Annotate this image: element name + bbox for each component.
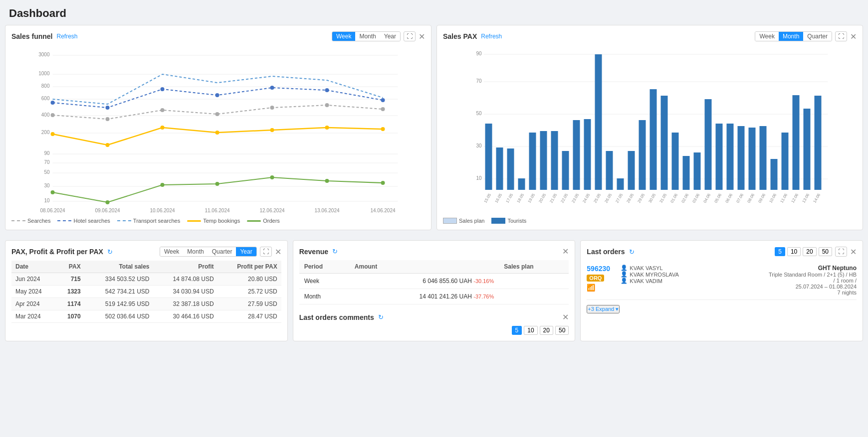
pax-profit-expand-icon[interactable]: ⛶ (260, 247, 272, 257)
svg-text:10: 10 (476, 175, 482, 181)
lo-ps-10[interactable]: 10 (787, 247, 801, 256)
legend-orders: Orders (247, 218, 280, 224)
sales-pax-header: Sales PAX Refresh Week Month Quarter ⛶ ✕ (443, 31, 857, 41)
page-title: Dashboard (0, 0, 868, 25)
order-dates: 25.07.2024 – 01.08.2024 (717, 284, 857, 290)
legend-tourists: Tourists (491, 218, 526, 224)
sales-pax-close-icon[interactable]: ✕ (850, 32, 857, 41)
legend-transport-searches: Transport searches (117, 218, 180, 224)
rev-amount-week: 6 046 855.60 UAH -30.16% (350, 274, 499, 289)
svg-text:22.05: 22.05 (560, 192, 569, 203)
pp-week-btn[interactable]: Week (160, 247, 183, 256)
svg-text:20.05: 20.05 (538, 192, 547, 203)
svg-point-31 (161, 87, 165, 91)
svg-text:31.05: 31.05 (658, 192, 667, 203)
order-id[interactable]: 596230 (587, 265, 617, 273)
period-week-btn[interactable]: Week (332, 32, 355, 41)
order-item: 596230 ORQ 📶 👤 KVAK VASYL 👤 KVAK MYROSLA… (587, 261, 857, 300)
sales-funnel-close-icon[interactable]: ✕ (419, 32, 425, 41)
last-orders-comments-controls: ✕ (562, 312, 569, 322)
svg-text:13.06: 13.06 (801, 192, 810, 203)
period-month-btn[interactable]: Month (355, 32, 380, 41)
legend-sales-plan: Sales plan (443, 218, 484, 224)
order-room: Triple Standard Room / 2+1 (5) / HB (717, 272, 857, 278)
svg-text:23.05: 23.05 (571, 192, 580, 203)
svg-point-43 (51, 190, 55, 194)
svg-text:17.05: 17.05 (505, 192, 514, 203)
comments-ps-5[interactable]: 5 (512, 326, 522, 335)
svg-point-27 (325, 103, 329, 107)
sales-pax-expand-icon[interactable]: ⛶ (835, 31, 847, 41)
svg-point-37 (106, 143, 110, 147)
period-year-btn[interactable]: Year (380, 32, 400, 41)
sales-funnel-legend: Searches Hotel searches Transport search… (11, 218, 425, 224)
svg-text:09.06: 09.06 (757, 192, 766, 203)
svg-rect-80 (628, 151, 635, 190)
lo-ps-20[interactable]: 20 (803, 247, 816, 256)
expand-btn[interactable]: +3 Expand ▾ (587, 305, 620, 313)
svg-text:19.05: 19.05 (527, 192, 536, 203)
sales-pax-refresh[interactable]: Refresh (481, 33, 502, 40)
sales-pax-controls: Week Month Quarter ⛶ ✕ (755, 31, 857, 41)
svg-text:26.05: 26.05 (604, 192, 613, 203)
comments-ps-50[interactable]: 50 (555, 326, 569, 335)
cell-profit: 14 874.08 USD (154, 273, 218, 286)
svg-text:12.06: 12.06 (790, 192, 799, 203)
last-orders-expand-icon[interactable]: ⛶ (835, 247, 847, 257)
cell-date: Apr 2024 (11, 298, 56, 310)
svg-rect-95 (793, 95, 800, 190)
table-row: Apr 2024 1174 519 142.95 USD 32 387.18 U… (11, 298, 281, 310)
svg-text:08.06.2024: 08.06.2024 (40, 208, 65, 213)
svg-rect-73 (551, 131, 558, 190)
pax-month-btn[interactable]: Month (779, 32, 803, 41)
comments-ps-20[interactable]: 20 (540, 326, 553, 335)
svg-text:50: 50 (44, 169, 50, 175)
col-profit-per-pax: Profit per PAX (218, 261, 281, 273)
last-orders-close-icon[interactable]: ✕ (850, 247, 857, 257)
svg-text:70: 70 (44, 159, 50, 165)
svg-text:200: 200 (41, 130, 50, 135)
pp-year-btn[interactable]: Year (236, 247, 256, 256)
svg-text:04.06: 04.06 (702, 192, 711, 203)
order-left: 596230 ORQ 📶 (587, 265, 617, 291)
pax-quarter-btn[interactable]: Quarter (803, 32, 832, 41)
sales-pax-legend: Sales plan Tourists (443, 218, 857, 224)
pax-profit-close-icon[interactable]: ✕ (275, 247, 281, 257)
lo-ps-50[interactable]: 50 (819, 247, 832, 256)
svg-text:06.06: 06.06 (724, 192, 733, 203)
svg-text:29.05: 29.05 (637, 192, 646, 203)
svg-rect-89 (727, 124, 734, 190)
rev-period-week: Week (299, 274, 350, 289)
pax-profit-title: PAX, Profit & Profit per PAX (11, 248, 103, 256)
pax-profit-table: Date PAX Total sales Profit Profit per P… (11, 261, 281, 323)
cell-total-sales: 334 503.52 USD (85, 273, 154, 286)
last-orders-comments-close-icon[interactable]: ✕ (562, 312, 569, 322)
last-orders-refresh-icon[interactable]: ↻ (629, 248, 635, 256)
svg-rect-86 (694, 152, 701, 190)
sales-funnel-header: Sales funnel Refresh Week Month Year ⛶ ✕ (11, 31, 425, 41)
sales-funnel-expand-icon[interactable]: ⛶ (404, 31, 416, 41)
pax-week-btn[interactable]: Week (755, 32, 778, 41)
comments-ps-10[interactable]: 10 (524, 326, 537, 335)
svg-text:400: 400 (41, 112, 50, 118)
svg-text:90: 90 (476, 51, 482, 56)
last-orders-comments-refresh-icon[interactable]: ↻ (378, 313, 384, 321)
last-orders-page-sizes: 5 10 20 50 (775, 247, 832, 256)
revenue-close-icon[interactable]: ✕ (562, 247, 569, 256)
last-orders-content: 596230 ORQ 📶 👤 KVAK VASYL 👤 KVAK MYROSLA… (587, 261, 857, 313)
pax-profit-refresh-icon[interactable]: ↻ (107, 248, 113, 256)
pp-month-btn[interactable]: Month (183, 247, 208, 256)
revenue-title: Revenue (299, 248, 328, 256)
revenue-refresh-icon[interactable]: ↻ (332, 248, 338, 255)
svg-rect-79 (617, 178, 624, 190)
svg-point-39 (216, 131, 219, 135)
lo-ps-5[interactable]: 5 (775, 247, 785, 256)
cell-date: Jun 2024 (11, 273, 56, 286)
svg-rect-69 (507, 148, 514, 190)
pax-profit-header: PAX, Profit & Profit per PAX ↻ Week Mont… (11, 247, 281, 257)
cell-pax: 715 (56, 273, 84, 286)
pp-quarter-btn[interactable]: Quarter (208, 247, 236, 256)
sales-funnel-refresh[interactable]: Refresh (56, 33, 77, 40)
svg-text:24.05: 24.05 (582, 192, 591, 203)
cell-date: May 2024 (11, 286, 56, 298)
